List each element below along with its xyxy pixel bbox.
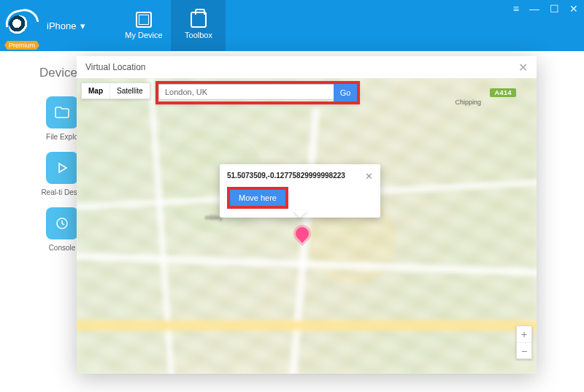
map-place-label: Chipping <box>455 99 481 106</box>
go-button[interactable]: Go <box>334 84 357 101</box>
device-picker-label: iPhone <box>47 20 76 31</box>
coordinates-text: 51.5073509,-0.12775829999998223 <box>227 172 345 180</box>
map-zoom-control: + − <box>516 326 532 359</box>
device-icon <box>136 12 152 28</box>
device-picker[interactable]: iPhone ▾ <box>38 0 94 51</box>
tab-label: Toolbox <box>185 31 212 39</box>
window-controls: ≡ — ☐ ✕ <box>513 3 578 15</box>
clock-icon <box>46 207 78 239</box>
location-search-input[interactable] <box>158 84 334 100</box>
map-type-satellite[interactable]: Satellite <box>110 83 150 99</box>
tool-label: File Explo <box>46 133 78 142</box>
map-type-map[interactable]: Map <box>82 83 110 99</box>
zoom-out-button[interactable]: − <box>517 342 531 358</box>
folder-icon <box>46 96 78 128</box>
app-header: Premium iPhone ▾ My Device Toolbox ≡ — ☐… <box>0 0 584 51</box>
zoom-in-button[interactable]: + <box>517 326 531 342</box>
map-texture <box>77 78 537 374</box>
close-icon[interactable]: ✕ <box>365 172 373 181</box>
chevron-down-icon: ▾ <box>80 20 85 31</box>
play-icon <box>46 152 78 184</box>
close-icon[interactable]: ✕ <box>569 3 578 15</box>
close-icon[interactable]: ✕ <box>518 61 528 74</box>
tab-label: My Device <box>125 31 162 39</box>
tab-my-device[interactable]: My Device <box>116 0 171 51</box>
dialog-title: Virtual Location <box>85 62 146 72</box>
eye-logo-icon <box>9 15 29 36</box>
road-badge: A414 <box>490 88 516 97</box>
minimize-icon[interactable]: — <box>529 3 539 15</box>
location-search-group: Go <box>155 81 360 104</box>
move-here-highlight: Move here <box>227 187 288 209</box>
location-callout: 51.5073509,-0.12775829999998223 ✕ Move h… <box>220 164 380 218</box>
tab-toolbox[interactable]: Toolbox <box>171 0 226 51</box>
maximize-icon[interactable]: ☐ <box>550 3 559 15</box>
tool-label: Console <box>49 244 76 253</box>
toolbox-icon <box>191 12 207 28</box>
map-canvas[interactable]: A414 Chipping mbley Map Satellite Go 51.… <box>77 78 537 374</box>
app-logo: Premium <box>0 0 38 51</box>
menu-icon[interactable]: ≡ <box>513 3 519 15</box>
premium-badge: Premium <box>4 41 39 50</box>
virtual-location-dialog: Virtual Location ✕ A414 Chipping mbley M… <box>77 56 537 374</box>
header-tabs: My Device Toolbox <box>116 0 226 51</box>
move-here-button[interactable]: Move here <box>230 190 285 206</box>
map-type-toggle: Map Satellite <box>81 82 150 99</box>
dialog-header: Virtual Location ✕ <box>77 56 537 78</box>
